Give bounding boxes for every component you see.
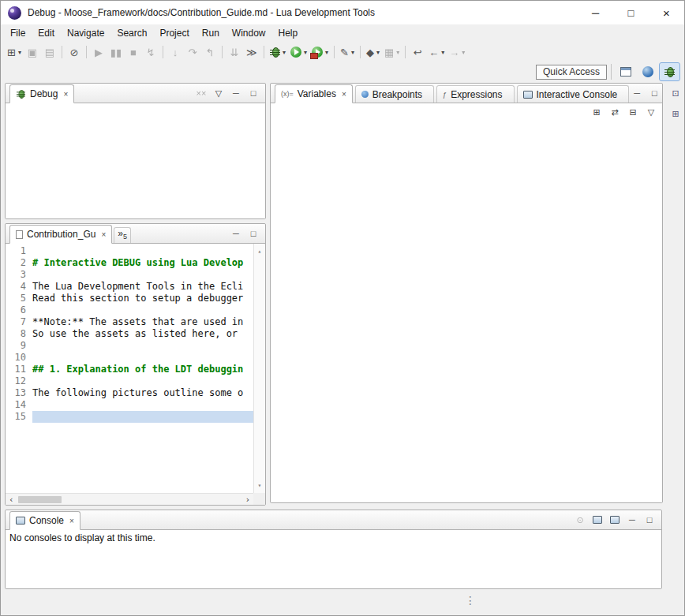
editor-horizontal-scrollbar[interactable]: ‹ › <box>6 493 253 505</box>
tab-interactive-console[interactable]: Interactive Console <box>517 85 630 103</box>
open-console-dropdown[interactable]: ▾ <box>607 513 623 527</box>
external-tools-button[interactable]: ▾ <box>310 43 330 61</box>
scroll-down-icon[interactable]: ▾ <box>258 480 262 491</box>
close-tab-icon[interactable]: × <box>69 517 74 525</box>
open-element-button: ▦ ▾ <box>383 43 401 61</box>
close-tab-icon[interactable]: × <box>342 90 346 99</box>
new-button[interactable]: ⊞ ▾ <box>6 43 23 61</box>
menu-bar: File Edit Navigate Search Project Run Wi… <box>1 24 684 42</box>
editor-tabbar: Contribution_Gu × »5 ─ □ <box>6 224 265 244</box>
debug-view-tabbar: Debug × ×× ▽ ─ □ <box>6 84 265 103</box>
console-message: No consoles to display at this time. <box>6 530 661 546</box>
editor-line: 7 **Note:** The assets that are used in <box>6 316 253 328</box>
scroll-left-icon[interactable]: ‹ <box>9 494 14 506</box>
line-number: 2 <box>6 257 32 269</box>
breakpoints-icon <box>361 91 369 98</box>
ldt-perspective-button[interactable] <box>638 63 657 80</box>
tab-debug[interactable]: Debug × <box>9 84 74 103</box>
restore-view-icon[interactable]: ⊡ <box>668 86 683 100</box>
editor-line: 10 <box>6 352 253 364</box>
scrollbar-thumb[interactable] <box>18 496 62 503</box>
window-minimize-button[interactable]: ─ <box>578 1 613 24</box>
maximize-view-icon[interactable]: □ <box>646 86 662 100</box>
tab-breakpoints[interactable]: Breakpoints <box>355 85 434 103</box>
show-logical-structures-icon[interactable]: ⇄ <box>607 105 623 119</box>
search-button[interactable]: ✎ ▾ <box>339 43 356 61</box>
maximize-view-icon[interactable]: □ <box>245 226 261 241</box>
menu-navigate[interactable]: Navigate <box>61 25 110 41</box>
tab-expressions[interactable]: ƒ Expressions <box>436 85 514 103</box>
menu-run[interactable]: Run <box>196 25 226 41</box>
title-bar: Debug - Moose_Framework/docs/Contributio… <box>1 1 684 24</box>
forward-button: → ▾ <box>447 43 466 61</box>
tab-console[interactable]: Console × <box>9 511 80 530</box>
run-button[interactable]: ▾ <box>289 43 309 61</box>
menu-file[interactable]: File <box>4 25 32 41</box>
minimize-view-icon[interactable]: ─ <box>228 86 244 100</box>
menu-project[interactable]: Project <box>153 25 195 41</box>
separator: ▾ <box>163 46 163 58</box>
close-tab-icon[interactable]: × <box>101 230 106 239</box>
line-number: 8 <box>6 328 32 340</box>
terminate-button: ■ ▾ <box>125 43 141 61</box>
editor-text-area[interactable]: 1 2 # Interactive DEBUG using Lua Develo… <box>6 244 253 493</box>
dropdown-arrow-icon: ▾ <box>304 49 307 56</box>
editor-line: 13 The following pictures outline some o <box>6 387 253 399</box>
minimize-view-icon[interactable]: ─ <box>629 86 645 100</box>
use-step-filters-button[interactable]: ≫ ▾ <box>244 43 260 61</box>
sash-grip-handle[interactable]: ⋮ <box>465 595 476 606</box>
scroll-up-icon[interactable]: ▴ <box>258 245 262 257</box>
collapse-all-icon[interactable]: ⊟ <box>625 105 641 119</box>
tab-contribution-guide[interactable]: Contribution_Gu × <box>9 225 112 244</box>
editor-line: 12 <box>6 375 253 387</box>
minimize-view-icon[interactable]: ─ <box>624 513 640 527</box>
right-trim-bar: ⊡ ⊞ <box>667 83 684 509</box>
print-button: ▤ ▾ <box>42 43 58 61</box>
debug-button[interactable]: ▾ <box>268 43 287 61</box>
editor-line: 14 <box>6 399 253 411</box>
display-selected-console-icon[interactable]: ▾ <box>590 513 605 527</box>
quick-access-input[interactable]: Quick Access <box>536 65 607 80</box>
show-type-names-icon[interactable]: ⊞ <box>589 105 605 119</box>
line-number: 11 <box>6 364 32 375</box>
view-menu-icon[interactable]: ▽ <box>643 105 659 119</box>
line-number: 12 <box>6 375 32 387</box>
line-number: 10 <box>6 352 32 364</box>
dropdown-arrow-icon: ▾ <box>462 49 465 56</box>
menu-edit[interactable]: Edit <box>32 25 61 41</box>
step-return-button: ↰ ▾ <box>202 43 218 61</box>
variables-view-panel: (x)= Variables × Breakpoints ƒ Expressio… <box>270 83 663 503</box>
menu-search[interactable]: Search <box>110 25 153 41</box>
editor-tab-overflow-chevron[interactable]: »5 <box>114 227 131 243</box>
new-lua-file-button[interactable]: ◆ ▾ <box>365 43 381 61</box>
separator: ▾ <box>86 46 87 58</box>
minimize-view-icon[interactable]: ─ <box>228 226 244 241</box>
editor-vertical-scrollbar[interactable]: ▴ ▾ <box>253 244 265 493</box>
ide-window: Debug - Moose_Framework/docs/Contributio… <box>0 0 685 616</box>
tab-variables[interactable]: (x)= Variables × <box>275 84 353 103</box>
close-tab-icon[interactable]: × <box>63 90 68 99</box>
menu-window[interactable]: Window <box>226 25 272 41</box>
window-close-button[interactable]: × <box>649 1 684 24</box>
menu-help[interactable]: Help <box>272 25 305 41</box>
editor-line: 1 <box>6 245 253 257</box>
editor-line: 4 The Lua Development Tools in the Ecli <box>6 281 253 293</box>
editor-line: 8 So use the assets as listed here, or <box>6 328 253 340</box>
open-perspective-button[interactable] <box>616 63 635 80</box>
debug-perspective-button[interactable] <box>660 63 679 80</box>
window-maximize-button[interactable]: □ <box>613 1 649 24</box>
editor-line: 11 ## 1. Explanation of the LDT debuggin <box>6 364 253 375</box>
step-over-button: ↷ ▾ <box>185 43 200 61</box>
skip-all-breakpoints-button[interactable]: ⊘ ▾ <box>66 43 82 61</box>
back-button[interactable]: ← ▾ <box>427 43 446 61</box>
editor-line: 6 <box>6 304 253 316</box>
variables-icon: (x)= <box>281 90 294 98</box>
outline-view-icon[interactable]: ⊞ <box>668 106 683 121</box>
console-view-body: No consoles to display at this time. <box>6 530 661 588</box>
maximize-view-icon[interactable]: □ <box>642 513 657 527</box>
view-menu-icon[interactable]: ▽ <box>211 86 226 100</box>
maximize-view-icon[interactable]: □ <box>245 86 261 100</box>
scroll-right-icon[interactable]: › <box>245 494 250 506</box>
last-edit-location-button[interactable]: ↩ ▾ <box>410 43 425 61</box>
debug-view-body <box>6 103 265 218</box>
